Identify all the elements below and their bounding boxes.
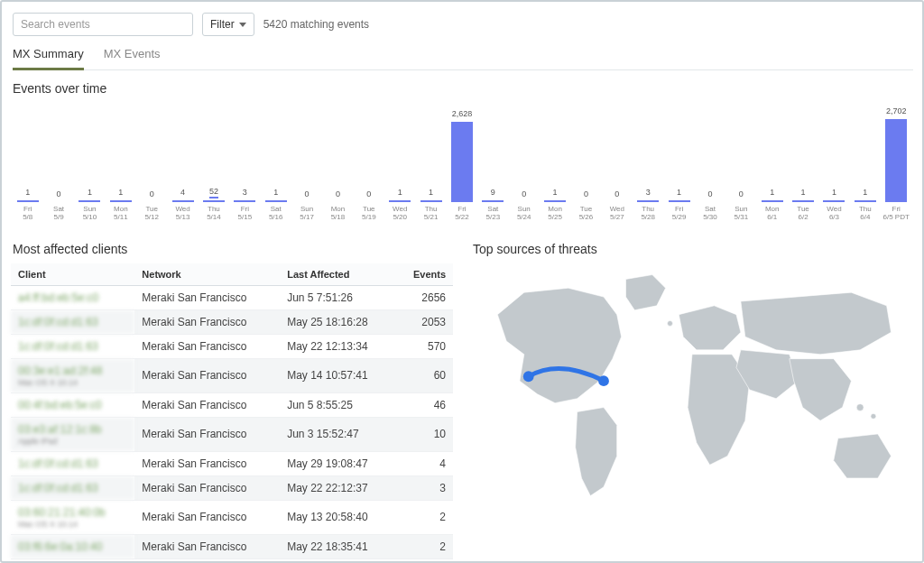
col-network[interactable]: Network <box>134 263 280 286</box>
svg-point-1 <box>871 413 876 419</box>
world-map[interactable] <box>471 263 913 512</box>
chart-bar[interactable]: 0 <box>695 189 725 202</box>
chart-bar[interactable]: 9 <box>478 188 508 202</box>
cell-events: 2 <box>396 500 453 534</box>
chart-bar[interactable]: 1 <box>106 188 135 202</box>
chart-bar[interactable]: 1 <box>385 188 415 202</box>
chart-bar-rect <box>265 200 287 202</box>
events-over-time-title: Events over time <box>13 81 913 96</box>
chart-bar[interactable]: 1 <box>540 188 569 202</box>
matching-events-text: 5420 matching events <box>263 18 369 31</box>
tab-mx-events[interactable]: MX Events <box>104 42 161 69</box>
chart-bar[interactable]: 0 <box>354 189 383 202</box>
table-row[interactable]: 00:4f:bd:eb:5e:c0Meraki San FranciscoJun… <box>11 392 453 417</box>
cell-events: 4 <box>396 451 453 475</box>
chart-value-label: 0 <box>366 189 371 200</box>
cell-events: 570 <box>396 334 453 358</box>
chart-bar[interactable]: 0 <box>571 189 601 202</box>
chart-bar[interactable]: 2,628 <box>447 109 476 202</box>
chart-bar[interactable]: 0 <box>509 189 539 202</box>
tabs: MX Summary MX Events <box>13 42 913 70</box>
chart-bar-rect <box>17 200 39 202</box>
chart-bar[interactable]: 1 <box>75 188 105 202</box>
table-row[interactable]: 1c:df:0f:cd:d1:63Meraki San FranciscoMay… <box>11 309 453 334</box>
cell-last-affected: May 22 18:35:41 <box>280 534 395 558</box>
table-row[interactable]: 03:60:21:21:40:0bMac OS X 10.14Meraki Sa… <box>11 500 453 534</box>
chart-bar-rect <box>389 200 411 202</box>
chart-bar[interactable]: 2,702 <box>882 106 911 202</box>
chart-value-label: 1 <box>832 188 836 198</box>
col-last[interactable]: Last Affected <box>280 263 395 286</box>
chart-bar[interactable]: 1 <box>819 188 849 202</box>
chevron-down-icon <box>239 23 246 27</box>
table-row[interactable]: 1c:df:0f:cd:d1:63Meraki San FranciscoMay… <box>11 451 453 475</box>
table-header-row: Client Network Last Affected Events <box>11 263 453 286</box>
chart-value-label: 1 <box>863 188 867 198</box>
chart-bar[interactable]: 1 <box>757 188 787 202</box>
chart-bar[interactable]: 1 <box>788 188 818 202</box>
table-row[interactable]: 1c:df:0f:cd:d1:63Meraki San FranciscoMay… <box>11 475 453 500</box>
lower-panels: Most affected clients Client Network Las… <box>11 231 913 559</box>
table-row[interactable]: 03:e3:af:12:1c:8bApple iPadMeraki San Fr… <box>11 417 453 451</box>
chart-x-label: Thu5/14 <box>199 206 228 222</box>
cell-client: 00:4f:bd:eb:5e:c0 <box>11 392 134 417</box>
chart-bar[interactable]: 0 <box>43 189 73 202</box>
cell-network: Meraki San Francisco <box>134 500 280 534</box>
filter-button[interactable]: Filter <box>202 13 254 36</box>
chart-value-label: 4 <box>180 188 185 198</box>
chart-bar[interactable]: 1 <box>13 188 42 202</box>
chart-x-label: Mon6/1 <box>757 206 787 222</box>
cell-client: 1c:df:0f:cd:d1:63 <box>11 334 134 358</box>
cell-network: Meraki San Francisco <box>134 285 280 309</box>
chart-bar-rect <box>792 200 814 202</box>
cell-client: 1c:df:0f:cd:d1:63 <box>11 309 134 334</box>
chart-bar[interactable]: 1 <box>416 188 446 202</box>
chart-value-label: 1 <box>677 188 681 198</box>
table-row[interactable]: a4:ff:bd:eb:5e:c0Meraki San FranciscoJun… <box>11 285 453 309</box>
chart-value-label: 9 <box>491 188 495 198</box>
svg-point-2 <box>668 320 673 326</box>
chart-bar[interactable]: 0 <box>726 189 756 202</box>
chart-bar[interactable]: 52 <box>199 187 228 202</box>
chart-value-label: 0 <box>57 189 61 200</box>
chart-bar-rect <box>420 200 442 202</box>
chart-value-label: 2,702 <box>886 106 907 117</box>
chart-bar[interactable]: 0 <box>137 189 167 202</box>
chart-value-label: 0 <box>739 189 744 200</box>
table-row[interactable]: 03:f6:6e:0a:10:40Meraki San FranciscoMay… <box>11 534 453 558</box>
table-row[interactable]: 1c:df:0f:cd:d1:63Meraki San FranciscoMay… <box>11 334 453 358</box>
cell-network: Meraki San Francisco <box>134 417 280 451</box>
chart-x-label: Wed5/13 <box>168 206 198 222</box>
chart-bar[interactable]: 1 <box>850 188 880 202</box>
chart-x-label: Tue5/12 <box>137 206 167 222</box>
chart-bar[interactable]: 3 <box>230 188 260 202</box>
chart-bar[interactable]: 1 <box>664 188 694 202</box>
chart-bar[interactable]: 0 <box>602 189 632 202</box>
col-events[interactable]: Events <box>396 263 453 286</box>
cell-events: 2656 <box>396 285 453 309</box>
chart-bar[interactable]: 0 <box>291 189 321 202</box>
chart-bar[interactable]: 4 <box>168 188 198 202</box>
table-row[interactable]: 00:3e:e1:ad:2f:48Mac OS X 10.14Meraki Sa… <box>11 358 453 392</box>
cell-client: 03:60:21:21:40:0bMac OS X 10.14 <box>11 500 134 534</box>
chart-x-label: Mon5/11 <box>106 206 135 222</box>
clients-table: Client Network Last Affected Events a4:f… <box>11 263 453 559</box>
chart-bar[interactable]: 0 <box>323 189 353 202</box>
most-affected-clients-panel: Most affected clients Client Network Las… <box>11 231 453 559</box>
cell-events: 10 <box>396 417 453 451</box>
search-input[interactable]: Search events <box>13 13 193 36</box>
tab-mx-summary[interactable]: MX Summary <box>13 42 84 70</box>
chart-x-label: Tue6/2 <box>788 206 818 222</box>
chart-bar-rect <box>234 200 255 202</box>
chart-bar[interactable]: 3 <box>633 188 663 202</box>
col-client[interactable]: Client <box>11 263 134 286</box>
chart-x-label: Wed5/27 <box>602 206 632 222</box>
chart-x-label: Fri6/5 PDT <box>882 206 911 222</box>
cell-network: Meraki San Francisco <box>134 358 280 392</box>
chart-x-label: Fri5/29 <box>664 206 694 222</box>
chart-bar-rect <box>79 200 100 202</box>
chart-bar[interactable]: 1 <box>261 188 291 202</box>
chart-value-label: 0 <box>707 189 712 200</box>
chart-bar-rect <box>669 200 690 202</box>
chart-x-label: Mon5/18 <box>323 206 353 222</box>
